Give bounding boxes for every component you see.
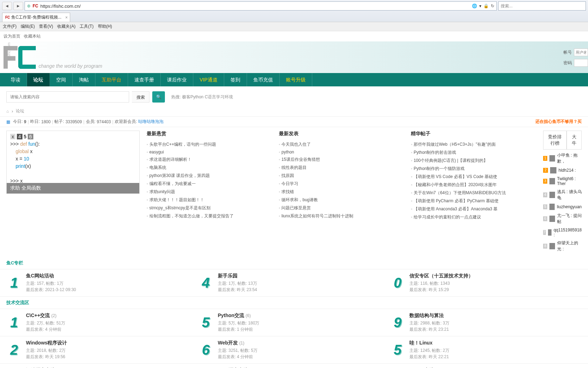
refresh-icon[interactable]: ↻: [491, 4, 494, 8]
nav-账号升级[interactable]: 账号升级: [280, 73, 312, 86]
bounty-link[interactable]: 绘制流程图，不知道怎么做，又要提交报告了: [147, 212, 272, 220]
forum-lastpost[interactable]: 最后发表: 昨天 19:56: [26, 354, 198, 360]
featured-link[interactable]: 100个经典例题(C语言) |【课程提到的】: [411, 157, 536, 165]
close-icon[interactable]: ×: [65, 15, 68, 20]
bounty-link[interactable]: 求助大佬！！！题目如图！！: [147, 196, 272, 204]
search-button[interactable]: 🔍: [152, 91, 165, 103]
latest-link[interactable]: python: [279, 149, 404, 156]
latest-link[interactable]: 问题已移至悬赏: [279, 204, 404, 212]
home-icon[interactable]: ⌂: [6, 109, 9, 114]
forum-title[interactable]: Web开发 (1): [218, 340, 390, 346]
nav-论坛[interactable]: 论坛: [27, 73, 50, 86]
nav-课后作业[interactable]: 课后作业: [161, 73, 193, 86]
bounty-link[interactable]: python第30课 课后作业，第四题: [147, 172, 272, 180]
forum-lastpost[interactable]: 最后发表: 昨天 23:21: [409, 326, 582, 333]
nav-空间[interactable]: 空间: [50, 73, 73, 86]
dropdown-icon[interactable]: ▾: [479, 4, 481, 8]
forum-cell[interactable]: 6 Web开发 (1) 主题: 3251, 帖数: 5万 最后发表: 4 分钟前: [198, 340, 390, 360]
featured-link[interactable]: 【萌新使用 Anaconda3 必看】Anaconda3 基: [411, 205, 536, 213]
site-logo[interactable]: [4, 46, 36, 69]
latest-link[interactable]: 线性表的题目: [279, 164, 404, 172]
tab-daniu[interactable]: 大牛: [567, 131, 582, 150]
bounty-link[interactable]: 电脑系统: [147, 164, 272, 172]
sub-link[interactable]: 收藏本站: [24, 33, 41, 39]
menu-item[interactable]: 收藏夹(A): [57, 24, 75, 29]
forum-cell[interactable]: 5 Python交流 (6) 主题: 5万, 帖数: 180万 最后发表: 1 …: [198, 313, 390, 333]
forum-cell[interactable]: 5 哇！Linux 主题: 1245, 帖数: 2万 最后发表: 昨天 22:2…: [390, 340, 582, 360]
nav-VIP通道[interactable]: VIP通道: [193, 73, 224, 86]
forum-title[interactable]: 数据结构与算法: [409, 313, 582, 319]
section-header[interactable]: 技术交流区: [0, 297, 588, 309]
browser-search[interactable]: 搜索...: [498, 1, 586, 11]
password-input[interactable]: [574, 59, 588, 67]
forum-lastpost[interactable]: 最后发表: 1 分钟前: [218, 326, 390, 333]
search-scope-select[interactable]: 搜索: [132, 91, 149, 103]
forum-lastpost[interactable]: 最后发表: 4 分钟前: [218, 354, 390, 360]
forum-title[interactable]: 信安专区（十五派技术支持）: [409, 273, 582, 279]
nav-淘帖[interactable]: 淘帖: [73, 73, 95, 86]
menu-item[interactable]: 文件(F): [3, 24, 16, 29]
forum-lastpost[interactable]: 最后发表: 2021-3-12 09:30: [26, 287, 198, 293]
latest-link[interactable]: 循环求和，bug请教: [279, 196, 404, 204]
forum-cell[interactable]: 1 C\C++交流 (2) 主题: 2万, 帖数: 51万 最后发表: 4 分钟…: [6, 313, 198, 333]
featured-link[interactable]: 【萌新使用 VS Code 必看】VS Code 基础使: [411, 173, 536, 181]
rank-row[interactable]: 3Twilight6 : Ther: [543, 175, 582, 188]
bounty-link[interactable]: 求助unity问题: [147, 188, 272, 196]
featured-link[interactable]: 关于在Win7（64位）下使用MASM和DEBUG方法: [411, 189, 536, 197]
back-button[interactable]: ◄: [2, 2, 12, 10]
forum-cell[interactable]: 0 信安专区（十五派技术支持） 主题: 116, 帖数: 1343 最后发表: …: [390, 273, 582, 293]
forum-lastpost[interactable]: 最后发表: 昨天 15:29: [409, 287, 582, 293]
bounty-link[interactable]: 编程看不懂，为啥要减一: [147, 180, 272, 188]
breadcrumb-current[interactable]: 论坛: [16, 108, 24, 114]
forum-title[interactable]: 哇！Linux: [409, 340, 582, 346]
menu-item[interactable]: 工具(T): [80, 24, 93, 29]
nav-导读[interactable]: 导读: [4, 73, 27, 86]
nav-互助平台[interactable]: 互助平台: [95, 73, 128, 86]
bounty-link[interactable]: easygui: [147, 149, 272, 156]
forum-title[interactable]: 鱼C网站活动: [26, 273, 198, 279]
forum-cell[interactable]: 2 Windows程序设计 主题: 2018, 帖数: 2万 最后发表: 昨天 …: [6, 340, 198, 360]
forum-lastpost[interactable]: 最后发表: 昨天 23:54: [218, 287, 390, 293]
nav-签到[interactable]: 签到: [224, 73, 247, 86]
sub-link[interactable]: 设为首页: [4, 33, 20, 39]
bounty-link[interactable]: strncpy_s和strncpy是不是有区别: [147, 204, 272, 212]
rank-row[interactable]: 8仰望天上的光 :: [543, 239, 582, 254]
url-bar[interactable]: ⊕ FC https://fishc.com.cn/ 🌐 ▾ 🔒 ↻: [25, 1, 497, 11]
latest-link[interactable]: liunx系统之如何有符号二进制转十进制: [279, 212, 404, 220]
rank-row[interactable]: 7qq1151985918 :: [543, 226, 582, 239]
featured-link[interactable]: Python制作的一个猫防游戏: [411, 165, 536, 173]
featured-link[interactable]: 给学习成长中的童鞋们的一点点建议: [411, 213, 536, 221]
featured-link[interactable]: Python制作的射击游戏: [411, 149, 536, 157]
tab-ranking[interactable]: 竞价排行榜: [543, 131, 567, 150]
menu-item[interactable]: 帮助(H): [98, 24, 112, 29]
latest-link[interactable]: 求找错: [279, 188, 404, 196]
forum-title[interactable]: C\C++交流 (2): [26, 313, 198, 319]
menu-item[interactable]: 编辑(E): [21, 24, 35, 29]
forum-lastpost[interactable]: 最后发表: 4 分钟前: [26, 326, 198, 333]
latest-link[interactable]: 15课后作业谷角猜想: [279, 156, 404, 164]
menu-item[interactable]: 查看(V): [39, 24, 53, 29]
featured-link[interactable]: 【秘藏和小甲鱼老师的合照】2020#吹水图年: [411, 181, 536, 189]
rank-row[interactable]: 4逃兵 : 缠头乌龟: [543, 188, 582, 202]
code-box-footer[interactable]: 求助 全局函数: [7, 183, 139, 193]
latest-link[interactable]: 找原因: [279, 172, 404, 180]
forward-button[interactable]: ►: [13, 2, 23, 10]
latest-link[interactable]: 今天我也入住了: [279, 140, 404, 149]
forum-cell[interactable]: 4 新手乐园 主题: 1万, 帖数: 13万 最后发表: 昨天 23:54: [198, 273, 390, 293]
newest-member-link[interactable]: 咕噜咕噜泡泡: [138, 119, 163, 125]
promo-link[interactable]: 还在担心鱼币不够用？买: [535, 119, 582, 125]
featured-link[interactable]: 那些年我做过Web（H5+C3+Js）"有趣"的面: [411, 140, 536, 149]
forum-title[interactable]: Python交流 (6): [218, 313, 390, 319]
nav-鱼币充值[interactable]: 鱼币充值: [247, 73, 280, 86]
rank-row[interactable]: 2hldh214 :: [543, 166, 582, 175]
forum-lastpost[interactable]: 最后发表: 昨天 22:21: [409, 354, 582, 360]
featured-code-box[interactable]: x 4 5 6 >>> def fun(): global x x = 10 p…: [6, 131, 140, 194]
bounty-link[interactable]: 头歌平台C++编程，语句的一些问题: [147, 140, 272, 149]
rank-row[interactable]: 5liuzhengyuan: [543, 202, 582, 211]
forum-title[interactable]: Windows程序设计: [26, 340, 198, 346]
section-header[interactable]: 鱼C专栏: [0, 257, 588, 269]
rank-row[interactable]: 1小甲鱼 : 抱歉，: [543, 151, 582, 166]
forum-cell[interactable]: 1 鱼C网站活动 主题: 157, 帖数: 1万 最后发表: 2021-3-12…: [6, 273, 198, 293]
browser-tab[interactable]: FC 鱼C工作室-免费编程视频... ×: [2, 13, 70, 22]
forum-cell[interactable]: 9 数据结构与算法 主题: 2988, 帖数: 3万 最后发表: 昨天 23:2…: [390, 313, 582, 333]
